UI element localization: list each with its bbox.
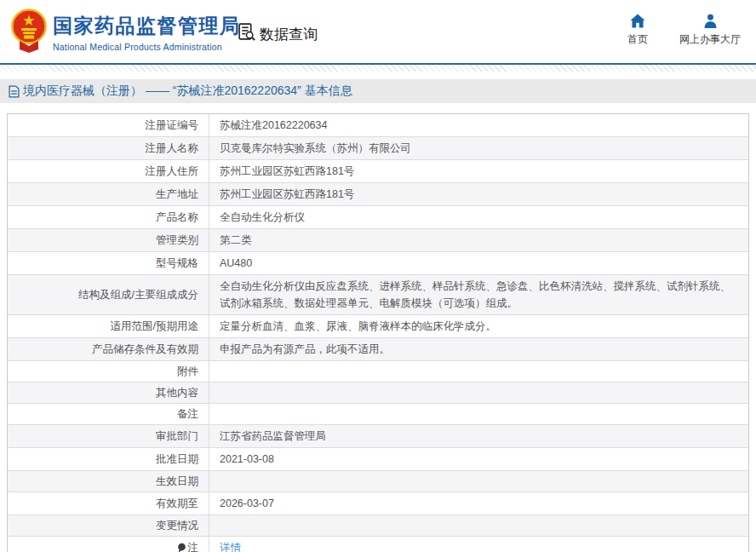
table-row: 生产地址 苏州工业园区苏虹西路181号 [8, 182, 748, 205]
row-value: 定量分析血清、血浆、尿液、脑脊液样本的临床化学成分。 [209, 315, 748, 337]
row-label: 备注 [8, 404, 209, 424]
row-label: 审批部门 [8, 425, 209, 447]
table-row: 生效日期 [8, 470, 748, 492]
row-label: 附件 [8, 361, 209, 382]
table-row: 产品储存条件及有效期 申报产品为有源产品，此项不适用。 [8, 337, 748, 360]
row-label: 产品名称 [8, 206, 209, 228]
table-row: 型号规格 AU480 [8, 251, 748, 274]
nav-item-home[interactable]: 首页 [623, 13, 652, 47]
row-value: 2021-03-08 [209, 448, 748, 470]
row-label: 产品储存条件及有效期 [8, 338, 209, 360]
table-row: 变更情况 [8, 515, 748, 536]
table-row: 适用范围/预期用途 定量分析血清、血浆、尿液、脑脊液样本的临床化学成分。 [8, 314, 748, 337]
row-value: 2026-03-07 [209, 492, 748, 515]
table-row: 注册人名称 贝克曼库尔特实验系统（苏州）有限公司 [8, 136, 748, 159]
top-nav: 首页 网上办事大厅 [623, 13, 741, 47]
breadcrumb: 境内医疗器械（注册） —— “苏械注准20162220634” 基本信息 [0, 79, 756, 103]
table-row: 附件 [8, 360, 748, 382]
table-row: 产品名称 全自动生化分析仪 [8, 205, 748, 228]
row-value [209, 515, 748, 536]
decorative-stripe-band [0, 65, 756, 72]
person-icon [703, 13, 718, 28]
row-value: 苏州工业园区苏虹西路181号 [209, 183, 748, 205]
row-value: 第二类 [209, 229, 748, 251]
table-row: 管理类别 第二类 [8, 228, 748, 251]
table-row: 有效期至 2026-03-07 [8, 492, 748, 515]
table-row: 结构及组成/主要组成成分 全自动生化分析仪由反应盘系统、进样系统、样品针系统、急… [8, 274, 748, 314]
data-query-label: 数据查询 [260, 25, 318, 44]
note-label: 注 [188, 541, 199, 552]
row-value: 贝克曼库尔特实验系统（苏州）有限公司 [209, 137, 748, 159]
row-value: 全自动生化分析仪由反应盘系统、进样系统、样品针系统、急诊盘、比色杯清洗站、搅拌系… [209, 275, 748, 314]
table-row: 其他内容 [8, 382, 748, 403]
row-value: 江苏省药品监督管理局 [209, 425, 748, 447]
site-header: 国家药品监督管理局 National Medical Products Admi… [0, 0, 756, 65]
registration-info-table: 注册证编号 苏械注准20162220634 注册人名称 贝克曼库尔特实验系统（苏… [7, 113, 749, 552]
row-label: 注 [8, 537, 209, 552]
row-value [209, 471, 748, 492]
row-label: 管理类别 [8, 229, 209, 251]
table-row-note: 注 详情 [8, 536, 748, 552]
row-label: 结构及组成/主要组成成分 [8, 275, 209, 314]
row-value: 详情 [209, 537, 748, 552]
row-label: 注册人住所 [8, 160, 209, 182]
row-label: 其他内容 [8, 382, 209, 403]
nav-home-label: 首页 [627, 32, 648, 47]
breadcrumb-text: 境内医疗器械（注册） —— “苏械注准20162220634” 基本信息 [23, 83, 352, 99]
home-icon [630, 13, 645, 28]
row-value [209, 361, 748, 382]
nav-item-service-hall[interactable]: 网上办事大厅 [679, 13, 741, 47]
row-label: 生效日期 [8, 471, 209, 492]
row-value [209, 404, 748, 424]
row-value [209, 382, 748, 403]
logo-text: 国家药品监督管理局 National Medical Products Admi… [53, 13, 241, 52]
table-row: 注册人住所 苏州工业园区苏虹西路181号 [8, 159, 748, 182]
row-value: AU480 [209, 252, 748, 274]
table-row: 审批部门 江苏省药品监督管理局 [8, 424, 748, 447]
detail-link[interactable]: 详情 [220, 539, 241, 552]
row-label: 生产地址 [8, 183, 209, 205]
row-label: 注册证编号 [8, 114, 209, 136]
row-value: 苏械注准20162220634 [209, 114, 748, 136]
row-value: 苏州工业园区苏虹西路181号 [209, 160, 748, 182]
table-row: 批准日期 2021-03-08 [8, 447, 748, 470]
national-emblem [10, 7, 48, 60]
document-search-icon [237, 22, 256, 46]
document-icon [9, 85, 20, 98]
row-label: 注册人名称 [8, 137, 209, 159]
row-label: 变更情况 [8, 515, 209, 536]
row-label: 有效期至 [8, 492, 209, 515]
data-query-section[interactable]: 数据查询 [237, 22, 318, 46]
table-row: 备注 [8, 403, 748, 424]
note-pin-icon [177, 543, 186, 552]
row-value: 申报产品为有源产品，此项不适用。 [209, 338, 748, 360]
nav-service-hall-label: 网上办事大厅 [679, 32, 741, 47]
row-label: 型号规格 [8, 252, 209, 274]
org-title: 国家药品监督管理局 [53, 13, 241, 39]
row-label: 批准日期 [8, 448, 209, 470]
table-row: 注册证编号 苏械注准20162220634 [8, 114, 748, 136]
row-label: 适用范围/预期用途 [8, 315, 209, 337]
org-subtitle: National Medical Products Administration [53, 42, 241, 52]
row-value: 全自动生化分析仪 [209, 206, 748, 228]
